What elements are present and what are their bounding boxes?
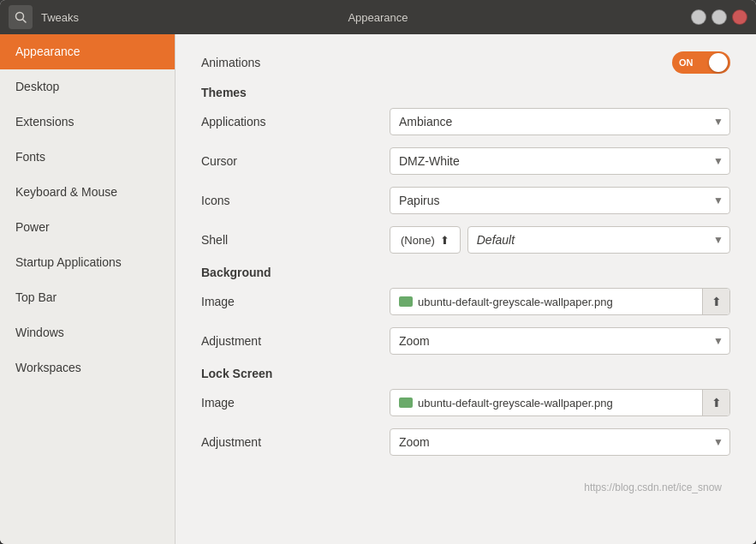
applications-label: Applications (201, 115, 390, 129)
applications-row: Applications Ambiance Adwaita HighContra… (201, 108, 730, 135)
sidebar-item-startup-applications[interactable]: Startup Applications (0, 245, 175, 280)
sidebar-item-power[interactable]: Power (0, 210, 175, 245)
window-controls (691, 9, 747, 25)
sidebar-item-windows[interactable]: Windows (0, 315, 175, 350)
cursor-label: Cursor (201, 154, 390, 168)
toggle-on-label: ON (679, 57, 693, 68)
sidebar-item-fonts[interactable]: Fonts (0, 140, 175, 175)
maximize-button[interactable] (711, 9, 727, 25)
ls-image-text: ubuntu-default-greyscale-wallpaper.png (390, 397, 702, 409)
cursor-row: Cursor DMZ-White DMZ-Black Default ▼ (201, 147, 730, 175)
ls-image-icon (399, 398, 413, 408)
applications-select-wrapper: Ambiance Adwaita HighContrast ▼ (390, 108, 730, 135)
bg-image-icon (399, 296, 413, 307)
shell-upload-icon: ⬆ (440, 234, 449, 247)
icons-label: Icons (201, 194, 390, 207)
bg-adjustment-select[interactable]: Zoom Centered Scaled Stretched Wallpaper… (390, 327, 730, 355)
ls-adjustment-row: Adjustment Zoom Centered Scaled Stretche… (201, 428, 730, 456)
bg-adjustment-select-wrapper: Zoom Centered Scaled Stretched Wallpaper… (390, 327, 730, 355)
bg-adjustment-row: Adjustment Zoom Centered Scaled Stretche… (201, 327, 730, 355)
ls-adjustment-label: Adjustment (201, 435, 390, 449)
app-name: Tweaks (41, 11, 79, 24)
cursor-select[interactable]: DMZ-White DMZ-Black Default (390, 147, 730, 175)
main-area: Appearance Desktop Extensions Fonts Keyb… (0, 34, 756, 544)
ls-image-label: Image (201, 396, 390, 409)
icons-select-wrapper: Papirus Humanity Ubuntu-Mono-Dark ▼ (390, 187, 730, 214)
search-button[interactable] (9, 5, 33, 29)
icons-row: Icons Papirus Humanity Ubuntu-Mono-Dark … (201, 187, 730, 214)
bg-image-upload-button[interactable]: ⬆ (702, 289, 729, 314)
animations-toggle-container: ON (672, 51, 730, 74)
bg-image-selector: ubuntu-default-greyscale-wallpaper.png ⬆ (390, 288, 730, 315)
toggle-knob (709, 53, 728, 72)
ls-image-selector: ubuntu-default-greyscale-wallpaper.png ⬆ (390, 389, 730, 416)
shell-select[interactable]: Default Ambiance (467, 226, 730, 254)
bg-image-label: Image (201, 295, 390, 308)
sidebar-item-appearance[interactable]: Appearance (0, 34, 175, 69)
shell-select-wrapper: Default Ambiance ▼ (467, 226, 730, 254)
animations-label: Animations (201, 56, 390, 69)
titlebar: Tweaks Appearance (0, 0, 756, 34)
bg-adjustment-label: Adjustment (201, 334, 390, 348)
sidebar-item-extensions[interactable]: Extensions (0, 105, 175, 140)
minimize-button[interactable] (691, 9, 706, 25)
bg-image-row: Image ubuntu-default-greyscale-wallpaper… (201, 288, 730, 315)
svg-line-1 (23, 20, 27, 23)
bg-image-text: ubuntu-default-greyscale-wallpaper.png (390, 296, 702, 308)
applications-select[interactable]: Ambiance Adwaita HighContrast (390, 108, 730, 135)
background-header: Background (201, 266, 730, 279)
themes-header: Themes (201, 86, 730, 99)
ls-image-upload-button[interactable]: ⬆ (702, 390, 729, 415)
close-button[interactable] (732, 9, 747, 25)
sidebar-item-keyboard-mouse[interactable]: Keyboard & Mouse (0, 175, 175, 210)
shell-label: Shell (201, 233, 390, 247)
window-title: Appearance (348, 11, 408, 24)
icons-select[interactable]: Papirus Humanity Ubuntu-Mono-Dark (390, 187, 730, 214)
sidebar-item-desktop[interactable]: Desktop (0, 69, 175, 105)
cursor-select-wrapper: DMZ-White DMZ-Black Default ▼ (390, 147, 730, 175)
content-panel: Animations ON Themes Applications Ambian… (176, 34, 756, 544)
watermark: https://blog.csdn.net/ice_snow (575, 473, 730, 502)
ls-adjustment-select[interactable]: Zoom Centered Scaled Stretched Wallpaper… (390, 428, 730, 456)
shell-row: Shell (None) ⬆ Default Ambiance ▼ (201, 226, 730, 254)
ls-adjustment-select-wrapper: Zoom Centered Scaled Stretched Wallpaper… (390, 428, 730, 456)
sidebar-item-workspaces[interactable]: Workspaces (0, 350, 175, 386)
shell-none-button[interactable]: (None) ⬆ (390, 226, 461, 254)
ls-image-row: Image ubuntu-default-greyscale-wallpaper… (201, 389, 730, 416)
main-window: Tweaks Appearance Appearance Desktop Ext… (0, 0, 756, 544)
lockscreen-header: Lock Screen (201, 367, 730, 380)
sidebar-item-top-bar[interactable]: Top Bar (0, 280, 175, 315)
animations-toggle[interactable]: ON (672, 51, 730, 74)
sidebar: Appearance Desktop Extensions Fonts Keyb… (0, 34, 176, 544)
animations-row: Animations ON (201, 51, 730, 74)
